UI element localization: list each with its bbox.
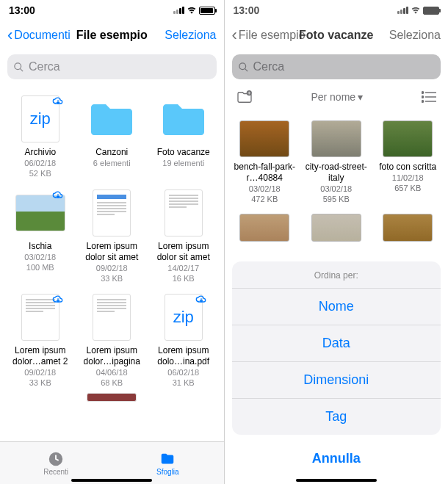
file-name: Lorem ipsum dolor…amet 2 xyxy=(7,345,73,367)
photo-thumbnail xyxy=(383,120,433,157)
file-item[interactable]: Lorem ipsum dolor…ipagina04/06/1868 KB xyxy=(76,288,147,393)
photo-thumbnail xyxy=(311,214,361,242)
file-thumb xyxy=(15,292,65,342)
search-icon xyxy=(13,62,24,73)
tab-bar: Recenti Sfoglia xyxy=(0,441,224,484)
back-button[interactable]: ‹Documenti xyxy=(7,27,71,43)
svg-point-10 xyxy=(422,96,423,98)
file-item[interactable]: bench-fall-park-r…4088403/02/18472 KB xyxy=(229,116,300,209)
svg-point-11 xyxy=(422,101,423,102)
wifi-icon xyxy=(187,5,197,15)
back-button[interactable]: ‹File esempio xyxy=(232,27,306,43)
document-icon xyxy=(93,294,131,341)
file-name: Lorem ipsum dolor sit amet xyxy=(151,241,216,263)
file-name: Ischia xyxy=(29,241,51,252)
document-icon xyxy=(165,189,203,236)
file-name: Lorem ipsum dolor sit amet xyxy=(79,241,144,263)
cloud-download-icon xyxy=(52,294,64,304)
file-item[interactable] xyxy=(300,209,372,246)
search-field[interactable]: Cerca xyxy=(7,54,217,79)
search-placeholder: Cerca xyxy=(29,60,60,73)
file-name: Archivio xyxy=(24,147,56,158)
file-meta: 03/02/18100 MB xyxy=(24,252,56,273)
photo-thumbnail xyxy=(239,214,289,242)
status-indicators xyxy=(397,4,439,16)
file-meta: 09/02/1833 KB xyxy=(96,263,128,284)
svg-point-3 xyxy=(239,62,245,69)
file-meta: 09/02/1833 KB xyxy=(24,367,56,389)
file-name: Lorem ipsum dolor…ipagina xyxy=(79,345,144,367)
file-grid: zipArchivio06/02/1852 KBCanzoni6 element… xyxy=(0,84,224,484)
sheet-cancel[interactable]: Annulla xyxy=(232,441,441,477)
search-field[interactable]: Cerca xyxy=(232,54,441,79)
file-meta: 14/02/1716 KB xyxy=(167,263,199,284)
sort-option-size[interactable]: Dimensioni xyxy=(232,362,441,399)
file-name: city-road-street-italy xyxy=(303,162,369,184)
file-meta: 03/02/18472 KB xyxy=(249,184,281,205)
sort-option-name[interactable]: Nome xyxy=(232,289,441,325)
nav-bar: ‹Documenti File esempio Seleziona xyxy=(0,21,224,50)
file-item[interactable]: foto con scritta11/02/18657 KB xyxy=(372,116,443,209)
sort-option-tag[interactable]: Tag xyxy=(232,399,441,435)
file-meta: 06/02/1831 KB xyxy=(167,367,199,389)
file-item[interactable]: Lorem ipsum dolor sit amet14/02/1716 KB xyxy=(148,184,219,289)
chevron-left-icon: ‹ xyxy=(7,27,12,43)
file-item[interactable]: zipArchivio06/02/1852 KB xyxy=(4,90,76,184)
wifi-icon xyxy=(411,5,421,15)
folder-icon xyxy=(160,100,207,138)
file-thumb: zip xyxy=(15,94,65,144)
file-name: Foto vacanze xyxy=(157,147,210,158)
file-item[interactable]: Lorem ipsum dolor sit amet09/02/1833 KB xyxy=(76,184,147,289)
list-view-icon[interactable] xyxy=(422,91,436,103)
tab-browse[interactable]: Sfoglia xyxy=(112,442,223,484)
svg-point-9 xyxy=(422,92,423,93)
file-item[interactable] xyxy=(229,209,300,246)
file-item[interactable]: zipLorem ipsum dolo…ina.pdf06/02/1831 KB xyxy=(148,288,219,393)
file-thumb xyxy=(159,188,209,238)
status-bar: 13:00 xyxy=(225,0,449,21)
file-thumb: zip xyxy=(159,292,209,342)
tab-recents[interactable]: Recenti xyxy=(0,442,112,484)
file-item[interactable]: Foto vacanze19 elementi xyxy=(148,90,219,184)
chevron-left-icon: ‹ xyxy=(232,27,237,43)
sort-button[interactable]: Per nome▾ xyxy=(311,91,363,103)
svg-line-4 xyxy=(245,68,248,71)
file-item[interactable]: city-road-street-italy03/02/18595 KB xyxy=(300,116,372,209)
nav-bar: ‹File esempio Foto vacanze Seleziona xyxy=(225,21,449,50)
clock-icon xyxy=(47,451,65,467)
file-item[interactable]: Canzoni6 elementi xyxy=(76,90,147,184)
select-button[interactable]: Seleziona xyxy=(165,29,216,42)
status-time: 13:00 xyxy=(234,4,260,16)
svg-line-1 xyxy=(20,68,23,71)
select-button[interactable]: Seleziona xyxy=(389,29,441,42)
file-meta: 6 elementi xyxy=(93,158,131,168)
file-item[interactable] xyxy=(76,393,147,409)
file-item[interactable] xyxy=(4,393,76,409)
status-indicators xyxy=(173,4,215,16)
home-indicator xyxy=(71,479,152,482)
file-meta: 06/02/1852 KB xyxy=(24,158,56,179)
document-icon xyxy=(93,189,131,236)
file-thumb xyxy=(159,94,209,144)
folder-icon xyxy=(88,100,135,138)
cloud-download-icon xyxy=(52,95,64,106)
sort-option-date[interactable]: Data xyxy=(232,325,441,362)
status-bar: 13:00 xyxy=(0,0,224,21)
file-item[interactable] xyxy=(372,209,443,246)
file-meta: 04/06/1868 KB xyxy=(96,367,128,389)
status-time: 13:00 xyxy=(9,4,35,16)
left-screenshot: 13:00 ‹Documenti File esempio Seleziona … xyxy=(0,0,224,484)
file-name: Canzoni xyxy=(95,147,128,158)
signal-icon xyxy=(397,4,408,16)
right-screenshot: 13:00 ‹File esempio Foto vacanze Selezio… xyxy=(225,0,449,484)
search-placeholder: Cerca xyxy=(253,60,285,73)
battery-icon xyxy=(199,7,215,15)
action-sheet: Ordina per: Nome Data Dimensioni Tag Ann… xyxy=(232,261,441,477)
svg-point-0 xyxy=(15,62,21,69)
file-thumb xyxy=(87,292,137,342)
cloud-download-icon xyxy=(52,189,64,200)
new-folder-icon[interactable] xyxy=(236,90,253,104)
file-meta: 03/02/18595 KB xyxy=(320,184,352,205)
file-item[interactable]: Ischia03/02/18100 MB xyxy=(4,184,76,289)
file-item[interactable]: Lorem ipsum dolor…amet 209/02/1833 KB xyxy=(4,288,76,393)
